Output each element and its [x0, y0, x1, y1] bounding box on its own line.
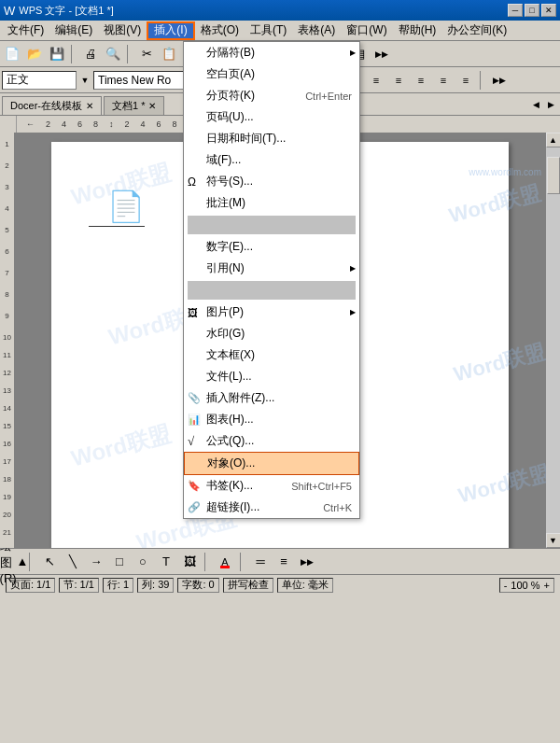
extra-button[interactable]: ▶▶	[371, 44, 392, 64]
watermark-3: Word联盟	[68, 418, 174, 473]
dd-picture[interactable]: 🖼 图片(P)	[184, 301, 359, 323]
dd-comment[interactable]: 批注(M)	[184, 192, 359, 214]
align-right[interactable]: ≡	[388, 70, 409, 91]
tab-scroll-right[interactable]: ▶	[543, 94, 558, 115]
new-button[interactable]: 📄	[2, 44, 22, 64]
tab-doc1[interactable]: 文档1 * ✕	[104, 96, 164, 115]
font-value: Times New Ro	[98, 74, 171, 87]
insert-dropdown-menu[interactable]: 分隔符(B) 空白页(A) 分页符(K) Ctrl+Enter 页码(U)...…	[183, 41, 360, 519]
extend-format[interactable]: ▶▶	[489, 70, 510, 91]
menu-file[interactable]: 文件(F)	[2, 21, 49, 40]
bullets[interactable]: ≡	[455, 70, 476, 91]
dd-page-break-shortcut: Ctrl+Enter	[305, 91, 352, 102]
zoom-out-button[interactable]: -	[504, 580, 508, 591]
tab-docer-label: Docer-在线模板	[10, 99, 82, 113]
open-button[interactable]: 📂	[24, 44, 45, 64]
justify[interactable]: ≡	[411, 70, 431, 91]
draw-text[interactable]: T	[156, 552, 176, 572]
draw-rect[interactable]: □	[109, 552, 130, 572]
draw-menu-button[interactable]: 绘图(R) ▲	[4, 552, 24, 572]
draw-oval[interactable]: ○	[133, 552, 153, 572]
align-draw[interactable]: ≡	[273, 552, 294, 572]
attachment-icon: 📎	[188, 392, 201, 404]
menu-help[interactable]: 帮助(H)	[393, 21, 442, 40]
menu-tools[interactable]: 工具(T)	[245, 21, 292, 40]
zoom-value: 100 %	[511, 580, 539, 591]
menu-bar: 文件(F) 编辑(E) 视图(V) 插入(I) 格式(O) 工具(T) 表格(A…	[0, 21, 560, 41]
align-center[interactable]: ≡	[366, 70, 386, 91]
menu-window[interactable]: 窗口(W)	[341, 21, 392, 40]
dd-textbox[interactable]: 文本框(X)	[184, 344, 359, 366]
print-button[interactable]: 🖨	[80, 44, 101, 64]
dd-sep2	[188, 281, 356, 300]
copy-button[interactable]: 📋	[159, 44, 179, 64]
status-zoom[interactable]: - 100 % +	[499, 578, 554, 593]
scroll-track[interactable]	[546, 147, 561, 533]
insert-pic[interactable]: 🖼	[179, 552, 200, 572]
dd-formula[interactable]: √ 公式(Q)...	[184, 430, 359, 452]
bookmark-icon: 🔖	[188, 480, 201, 492]
dd-symbol[interactable]: Ω 符号(S)...	[184, 171, 359, 192]
style-dropdown[interactable]: ▼	[78, 70, 91, 91]
dd-page-break[interactable]: 分页符(K) Ctrl+Enter	[184, 85, 359, 106]
chart-icon: 📊	[188, 414, 201, 426]
dd-hyperlink-label: 超链接(I)...	[206, 499, 259, 515]
dd-citation-label: 引用(N)	[206, 260, 245, 276]
more-draw[interactable]: ═	[250, 552, 271, 572]
dd-symbol-label: 符号(S)...	[206, 174, 253, 189]
style-selector[interactable]: 正文	[2, 71, 77, 90]
dd-hyperlink[interactable]: 🔗 超链接(I)... Ctrl+K	[184, 497, 359, 518]
scroll-thumb[interactable]	[547, 157, 560, 194]
menu-table[interactable]: 表格(A)	[292, 21, 341, 40]
cut-button[interactable]: ✂	[136, 44, 157, 64]
dd-separator-item[interactable]: 分隔符(B)	[184, 42, 359, 63]
dd-number-label: 数字(E)...	[206, 239, 253, 255]
tab-doc1-close[interactable]: ✕	[148, 101, 156, 111]
dd-citation[interactable]: 引用(N)	[184, 258, 359, 279]
dd-attachment[interactable]: 📎 插入附件(Z)...	[184, 387, 359, 409]
numbering[interactable]: ≡	[433, 70, 454, 91]
tab-docer[interactable]: Docer-在线模板 ✕	[2, 96, 102, 115]
dd-bookmark-label: 书签(K)...	[206, 478, 253, 494]
draw-line[interactable]: ╲	[63, 552, 83, 572]
style-value: 正文	[7, 72, 29, 88]
cursor-line	[89, 226, 145, 227]
dd-object[interactable]: 对象(O)...	[184, 452, 359, 475]
close-button[interactable]: ✕	[541, 4, 556, 17]
font-color-button[interactable]: A	[215, 552, 235, 572]
tab-close-icon[interactable]: ✕	[86, 101, 93, 111]
dd-file-label: 文件(L)...	[206, 369, 252, 385]
save-button[interactable]: 💾	[47, 44, 67, 64]
minimize-button[interactable]: ─	[508, 4, 523, 17]
select-button[interactable]: ↖	[39, 552, 60, 572]
zoom-in-button[interactable]: +	[544, 580, 550, 591]
tab-scroll-left[interactable]: ◀	[528, 94, 543, 115]
dd-number[interactable]: 数字(E)...	[184, 236, 359, 258]
dd-chart[interactable]: 📊 图表(H)...	[184, 409, 359, 430]
dd-datetime[interactable]: 日期和时间(T)...	[184, 128, 359, 149]
menu-format[interactable]: 格式(O)	[195, 21, 245, 40]
scroll-up-button[interactable]: ▲	[546, 133, 561, 147]
maximize-button[interactable]: □	[525, 4, 539, 17]
status-spellcheck[interactable]: 拼写检查	[223, 578, 273, 593]
menu-insert[interactable]: 插入(I)	[147, 21, 194, 40]
font-selector[interactable]: Times New Ro	[93, 71, 187, 90]
dd-separator-label: 分隔符(B)	[206, 45, 255, 61]
dd-watermark[interactable]: 水印(G)	[184, 323, 359, 344]
tab-doc1-label: 文档1 *	[112, 99, 145, 113]
draw-arrow2[interactable]: →	[86, 552, 106, 572]
menu-office[interactable]: 办公空间(K)	[441, 21, 512, 40]
menu-view[interactable]: 视图(V)	[98, 21, 147, 40]
dd-page-number[interactable]: 页码(U)...	[184, 106, 359, 128]
preview-button[interactable]: 🔍	[103, 44, 123, 64]
bottom-toolbar: 绘图(R) ▲ ↖ ╲ → □ ○ T 🖼 A ═ ≡ ▶▶	[0, 548, 560, 574]
scrollbar-vertical[interactable]: ▲ ▼	[545, 133, 560, 548]
dd-file[interactable]: 文件(L)...	[184, 366, 359, 387]
status-section: 节: 1/1	[59, 578, 98, 593]
dd-field[interactable]: 域(F)...	[184, 149, 359, 171]
menu-edit[interactable]: 编辑(E)	[49, 21, 98, 40]
dd-blank-page[interactable]: 空白页(A)	[184, 63, 359, 85]
scroll-down-button[interactable]: ▼	[546, 533, 561, 548]
extend-draw[interactable]: ▶▶	[297, 552, 317, 572]
dd-bookmark[interactable]: 🔖 书签(K)... Shift+Ctrl+F5	[184, 475, 359, 497]
